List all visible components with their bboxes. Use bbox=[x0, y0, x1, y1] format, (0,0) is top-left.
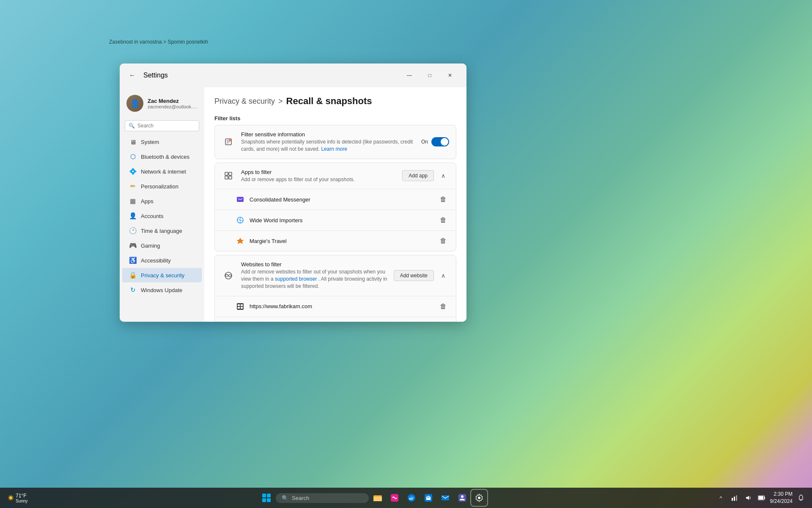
filter-sensitive-toggle-label: On bbox=[421, 139, 428, 145]
svg-rect-41 bbox=[734, 497, 735, 501]
taskbar-icon-explorer[interactable] bbox=[370, 490, 386, 506]
search-input[interactable] bbox=[137, 123, 201, 129]
delete-app-button[interactable]: 🗑 bbox=[437, 235, 449, 247]
clock-date: 9/24/2024 bbox=[770, 498, 793, 505]
taskbar-icon-settings[interactable] bbox=[471, 490, 487, 506]
avatar-image: 👤 bbox=[126, 95, 143, 112]
sidebar-item-personalization[interactable]: ✏ Personalization bbox=[122, 179, 202, 193]
sidebar-item-network[interactable]: 💠 Network & internet bbox=[122, 164, 202, 179]
delete-website-button[interactable]: 🗑 bbox=[437, 301, 449, 312]
breadcrumb: Zasebnost in varnostna > Spomin posnetki… bbox=[109, 39, 208, 45]
avatar: 👤 bbox=[126, 95, 143, 112]
svg-rect-10 bbox=[237, 197, 244, 202]
sidebar-item-label: Windows Update bbox=[141, 287, 182, 293]
filter-lists-section: Filter lists bbox=[214, 115, 456, 322]
sidebar-item-label: Network & internet bbox=[141, 168, 186, 175]
sidebar-item-accounts[interactable]: 👤 Accounts bbox=[122, 209, 202, 223]
app-name: Consolidated Messenger bbox=[250, 196, 433, 203]
supported-browser-link[interactable]: supported browser bbox=[275, 276, 317, 282]
app-name: Margie's Travel bbox=[250, 238, 433, 244]
taskbar-icon-mail[interactable] bbox=[437, 490, 453, 506]
start-button[interactable] bbox=[258, 489, 275, 506]
wide-world-importers-icon bbox=[235, 215, 245, 225]
sidebar-item-gaming[interactable]: 🎮 Gaming bbox=[122, 238, 202, 253]
taskbar-icon-edge[interactable] bbox=[403, 490, 420, 506]
sidebar-item-accessibility[interactable]: ♿ Accessibility bbox=[122, 253, 202, 268]
apps-chevron-button[interactable]: ∧ bbox=[437, 170, 449, 182]
search-box[interactable]: 🔍 bbox=[125, 120, 199, 131]
personalization-icon: ✏ bbox=[129, 182, 137, 190]
sidebar-item-time[interactable]: 🕐 Time & language bbox=[122, 224, 202, 238]
delete-website-button[interactable]: 🗑 bbox=[437, 321, 449, 322]
maximize-button[interactable]: □ bbox=[420, 69, 439, 82]
websites-to-filter-header: Websites to filter Add or remove website… bbox=[215, 255, 456, 295]
svg-rect-9 bbox=[229, 176, 232, 179]
add-app-button[interactable]: Add app bbox=[402, 170, 434, 181]
list-item: https://www.proseware.com 🗑 bbox=[215, 317, 456, 322]
user-profile: 👤 Zac Mendez zacmendez@outlook.com bbox=[120, 91, 204, 119]
websites-chevron-button[interactable]: ∧ bbox=[437, 270, 449, 282]
sidebar-item-privacy[interactable]: 🔒 Privacy & security bbox=[122, 268, 202, 282]
sidebar-item-system[interactable]: 🖥 System bbox=[122, 135, 202, 149]
filter-sensitive-text: Filter sensitive information Snapshots w… bbox=[241, 131, 415, 153]
settings-window: ← Settings — □ ✕ 👤 Zac Mendez zacmendez@… bbox=[120, 64, 466, 322]
sidebar-item-bluetooth[interactable]: ⬡ Bluetooth & devices bbox=[122, 149, 202, 164]
sidebar-item-label: System bbox=[141, 139, 159, 145]
sidebar-item-apps[interactable]: ▦ Apps bbox=[122, 194, 202, 208]
sidebar-item-update[interactable]: ↻ Windows Update bbox=[122, 283, 202, 297]
list-item: Margie's Travel 🗑 bbox=[215, 230, 456, 251]
apps-to-filter-icon bbox=[222, 169, 235, 182]
apps-to-filter-desc: Add or remove apps to filter out of your… bbox=[241, 176, 396, 183]
svg-point-39 bbox=[478, 497, 480, 499]
tray-speaker-icon[interactable] bbox=[742, 492, 754, 504]
filter-sensitive-toggle[interactable] bbox=[431, 137, 449, 146]
taskbar-right: ^ bbox=[715, 491, 807, 505]
delete-app-button[interactable]: 🗑 bbox=[437, 214, 449, 226]
tray-network-icon[interactable] bbox=[729, 492, 741, 504]
svg-rect-16 bbox=[241, 304, 243, 306]
filter-sensitive-learn-more[interactable]: Learn more bbox=[321, 146, 347, 152]
tray-battery-icon[interactable] bbox=[756, 492, 768, 504]
apps-icon: ▦ bbox=[129, 197, 137, 205]
weather-icon: ☀️ bbox=[8, 495, 14, 501]
svg-rect-30 bbox=[267, 498, 271, 502]
taskbar-icon-teams[interactable] bbox=[454, 490, 470, 506]
minimize-button[interactable]: — bbox=[400, 69, 419, 82]
list-item: Consolidated Messenger 🗑 bbox=[215, 189, 456, 210]
apps-to-filter-header: Apps to filter Add or remove apps to fil… bbox=[215, 163, 456, 189]
websites-to-filter-title: Websites to filter bbox=[241, 261, 388, 268]
privacy-icon: 🔒 bbox=[129, 271, 137, 279]
sidebar-item-label: Accounts bbox=[141, 213, 163, 219]
accessibility-icon: ♿ bbox=[129, 257, 137, 264]
taskbar-icon-app1[interactable] bbox=[387, 490, 403, 506]
taskbar-search[interactable]: 🔍 Search bbox=[276, 493, 369, 503]
sidebar-item-label: Time & language bbox=[141, 228, 182, 234]
taskbar-icon-store[interactable] bbox=[420, 490, 436, 506]
system-clock[interactable]: 2:30 PM 9/24/2024 bbox=[770, 491, 793, 505]
user-email: zacmendez@outlook.com bbox=[148, 104, 198, 109]
accounts-icon: 👤 bbox=[129, 212, 137, 220]
main-content: Privacy & security > Recall & snapshots … bbox=[204, 87, 466, 322]
sidebar-item-label: Accessibility bbox=[141, 257, 171, 264]
svg-rect-32 bbox=[373, 497, 382, 501]
back-button[interactable]: ← bbox=[126, 69, 138, 81]
svg-rect-44 bbox=[759, 496, 763, 500]
website-url: https://www.fabrikam.com bbox=[250, 303, 433, 309]
tray-chevron[interactable]: ^ bbox=[715, 492, 727, 504]
filter-sensitive-desc: Snapshots where potentially sensitive in… bbox=[241, 138, 415, 153]
sidebar: 👤 Zac Mendez zacmendez@outlook.com 🔍 🖥 S… bbox=[120, 87, 204, 322]
svg-rect-27 bbox=[262, 494, 266, 497]
close-button[interactable]: ✕ bbox=[440, 69, 460, 82]
navigation: 🖥 System ⬡ Bluetooth & devices 💠 Network… bbox=[120, 135, 204, 297]
app-name: Wide World Importers bbox=[250, 217, 433, 224]
delete-app-button[interactable]: 🗑 bbox=[437, 193, 449, 205]
sidebar-item-label: Gaming bbox=[141, 243, 160, 249]
svg-rect-15 bbox=[238, 304, 240, 306]
filter-sensitive-action: On bbox=[421, 137, 449, 146]
user-name: Zac Mendez bbox=[148, 98, 198, 104]
notification-icon[interactable] bbox=[795, 492, 807, 504]
time-icon: 🕐 bbox=[129, 227, 137, 235]
sidebar-item-label: Privacy & security bbox=[141, 272, 184, 279]
add-website-button[interactable]: Add website bbox=[394, 270, 434, 281]
update-icon: ↻ bbox=[129, 286, 137, 294]
